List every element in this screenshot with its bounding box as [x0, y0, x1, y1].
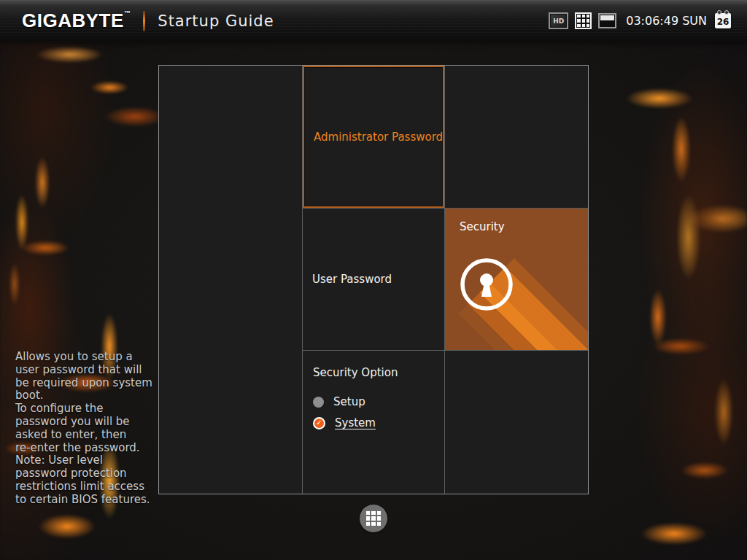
tile-security-option[interactable]: Security Option Setup System	[303, 351, 444, 494]
tile-administrator-password[interactable]: Administrator Password	[303, 66, 444, 208]
classic-view-icon[interactable]	[598, 13, 616, 28]
tile-label-administrator-password: Administrator Password	[314, 131, 443, 144]
tile-label-security: Security	[460, 220, 505, 233]
clock-display: 03:06:49 SUN	[626, 14, 707, 28]
radio-option-setup[interactable]: Setup	[313, 395, 434, 408]
brand-text: GIGABYTE	[22, 9, 124, 31]
page-title: Startup Guide	[158, 12, 274, 30]
radio-selected-check-icon[interactable]	[313, 417, 325, 429]
tile-user-password[interactable]: User Password	[303, 209, 444, 350]
lock-icon	[457, 255, 516, 314]
header-status-area: HD 03:06:49 SUN 26	[549, 12, 731, 29]
help-text: Allows you to setup a user password that…	[15, 351, 165, 507]
hd-audio-icon[interactable]: HD	[549, 12, 568, 29]
grid-menu-icon	[366, 511, 381, 526]
calendar-icon: 26	[715, 13, 731, 28]
grid-cell-empty-left	[159, 66, 302, 494]
grid-menu-button[interactable]	[360, 505, 387, 532]
radio-unselected-icon[interactable]	[313, 397, 324, 408]
settings-grid-panel: Administrator Password User Password Sec…	[158, 65, 589, 494]
tile-security[interactable]: Security	[445, 209, 588, 350]
grid-view-icon[interactable]	[575, 12, 592, 29]
radio-label-setup: Setup	[333, 395, 365, 408]
calendar-day: 26	[717, 17, 729, 27]
radio-label-system: System	[335, 416, 376, 429]
gigabyte-logo: GIGABYTE™	[22, 9, 131, 32]
header-divider	[143, 11, 145, 31]
trademark-symbol: ™	[124, 9, 131, 17]
radio-option-system[interactable]: System	[313, 416, 434, 429]
grid-cell-empty-top-right	[445, 66, 588, 208]
tile-label-user-password: User Password	[312, 273, 392, 286]
security-option-title: Security Option	[313, 366, 434, 379]
header-bar: GIGABYTE™ Startup Guide HD 03:06:49 SUN …	[0, 0, 747, 42]
grid-cell-empty-bottom-right	[445, 351, 588, 494]
lava-texture-right	[565, 0, 747, 560]
bios-screen: GIGABYTE™ Startup Guide HD 03:06:49 SUN …	[0, 0, 747, 560]
